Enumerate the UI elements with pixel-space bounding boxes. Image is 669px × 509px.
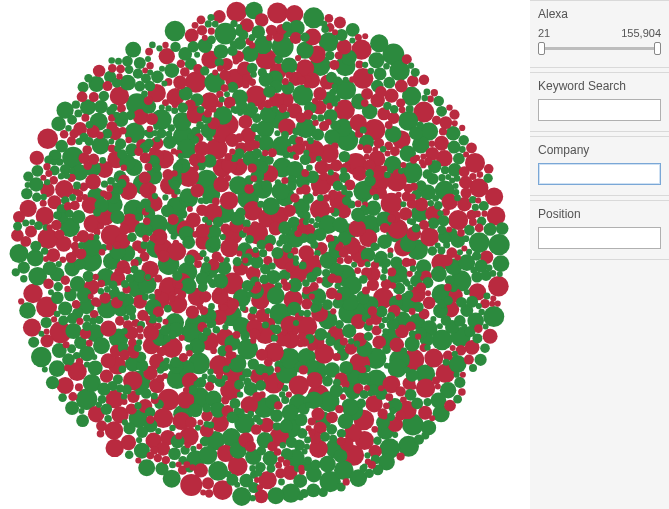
bubble-dot[interactable] (410, 183, 418, 191)
bubble-dot[interactable] (61, 276, 70, 285)
bubble-dot[interactable] (208, 28, 215, 35)
bubble-dot[interactable] (416, 283, 426, 293)
bubble-dot[interactable] (490, 296, 496, 302)
bubble-dot[interactable] (222, 375, 228, 381)
bubble-dot[interactable] (382, 317, 388, 323)
bubble-dot[interactable] (298, 465, 304, 471)
bubble-dot[interactable] (385, 393, 393, 401)
bubble-dot[interactable] (174, 288, 180, 294)
bubble-dot[interactable] (74, 110, 82, 118)
bubble-dot[interactable] (94, 234, 100, 240)
bubble-dot[interactable] (125, 137, 131, 143)
bubble-dot[interactable] (279, 104, 288, 113)
bubble-dot[interactable] (310, 460, 320, 470)
bubble-dot[interactable] (230, 398, 241, 409)
bubble-dot[interactable] (328, 169, 334, 175)
bubble-dot[interactable] (348, 201, 356, 209)
bubble-dot[interactable] (303, 397, 309, 403)
bubble-dot[interactable] (251, 424, 262, 435)
bubble-dot[interactable] (375, 86, 387, 98)
bubble-dot[interactable] (238, 115, 252, 129)
bubble-dot[interactable] (463, 235, 470, 242)
bubble-dot[interactable] (164, 358, 170, 364)
bubble-dot[interactable] (225, 175, 231, 181)
bubble-dot[interactable] (274, 130, 280, 136)
bubble-dot[interactable] (134, 57, 146, 69)
bubble-dot[interactable] (96, 132, 104, 140)
bubble-dot[interactable] (400, 162, 406, 168)
bubble-dot[interactable] (312, 120, 318, 126)
bubble-dot[interactable] (77, 91, 88, 102)
bubble-dot[interactable] (481, 211, 487, 217)
bubble-dot[interactable] (164, 305, 172, 313)
bubble-dot[interactable] (65, 125, 71, 131)
bubble-dot[interactable] (383, 63, 390, 70)
bubble-dot[interactable] (93, 65, 105, 77)
bubble-dot[interactable] (208, 303, 215, 310)
bubble-dot[interactable] (445, 174, 451, 180)
bubble-dot[interactable] (149, 42, 156, 49)
bubble-dot[interactable] (173, 240, 179, 246)
bubble-dot[interactable] (264, 358, 273, 367)
bubble-dot[interactable] (374, 244, 380, 250)
bubble-dot[interactable] (281, 131, 289, 139)
bubble-dot[interactable] (334, 17, 346, 29)
bubble-dot[interactable] (96, 420, 107, 431)
bubble-dot[interactable] (149, 148, 155, 154)
bubble-dot[interactable] (122, 56, 133, 67)
bubble-dot[interactable] (106, 185, 113, 192)
bubble-dot[interactable] (175, 433, 182, 440)
bubble-dot[interactable] (434, 201, 443, 210)
bubble-dot[interactable] (328, 241, 336, 249)
bubble-dot[interactable] (105, 421, 123, 439)
bubble-dot[interactable] (169, 461, 176, 468)
bubble-dot[interactable] (136, 207, 142, 213)
bubble-dot[interactable] (296, 339, 304, 347)
bubble-dot[interactable] (89, 318, 96, 325)
bubble-dot[interactable] (162, 194, 168, 200)
bubble-dot[interactable] (284, 205, 296, 217)
bubble-dot[interactable] (224, 257, 230, 263)
bubble-dot[interactable] (472, 333, 482, 343)
bubble-dot[interactable] (274, 401, 283, 410)
bubble-dot[interactable] (194, 463, 208, 477)
bubble-dot[interactable] (177, 209, 187, 219)
bubble-dot[interactable] (433, 96, 444, 107)
bubble-dot[interactable] (469, 173, 476, 180)
bubble-dot[interactable] (333, 217, 348, 232)
bubble-dot[interactable] (288, 230, 294, 236)
bubble-dot[interactable] (64, 202, 73, 211)
slider-handle-min[interactable] (538, 42, 545, 55)
bubble-dot[interactable] (407, 285, 413, 291)
bubble-dot[interactable] (446, 227, 452, 233)
bubble-dot[interactable] (324, 129, 340, 145)
bubble-dot[interactable] (275, 462, 282, 469)
bubble-dot[interactable] (419, 75, 429, 85)
bubble-dot[interactable] (206, 276, 212, 282)
bubble-dot[interactable] (415, 334, 421, 340)
bubble-dot[interactable] (312, 98, 318, 104)
bubble-dot[interactable] (255, 13, 269, 27)
bubble-dot[interactable] (136, 426, 148, 438)
bubble-dot[interactable] (144, 163, 152, 171)
bubble-dot[interactable] (72, 210, 86, 224)
bubble-dot[interactable] (145, 274, 151, 280)
bubble-dot[interactable] (292, 328, 298, 334)
bubble-dot[interactable] (317, 114, 324, 121)
bubble-dot[interactable] (213, 326, 221, 334)
bubble-dot[interactable] (380, 274, 387, 281)
bubble-dot[interactable] (134, 147, 143, 156)
bubble-dot[interactable] (309, 218, 315, 224)
bubble-dot[interactable] (134, 344, 142, 352)
bubble-dot[interactable] (146, 62, 153, 69)
bubble-dot[interactable] (58, 393, 67, 402)
bubble-dot[interactable] (54, 311, 61, 318)
bubble-dot[interactable] (373, 194, 379, 200)
bubble-dot[interactable] (436, 106, 447, 117)
bubble-dot[interactable] (39, 331, 45, 337)
bubble-dot[interactable] (144, 316, 150, 322)
bubble-dot[interactable] (202, 477, 214, 489)
bubble-dot[interactable] (443, 242, 450, 249)
bubble-dot[interactable] (43, 261, 57, 275)
bubble-dot[interactable] (477, 171, 484, 178)
